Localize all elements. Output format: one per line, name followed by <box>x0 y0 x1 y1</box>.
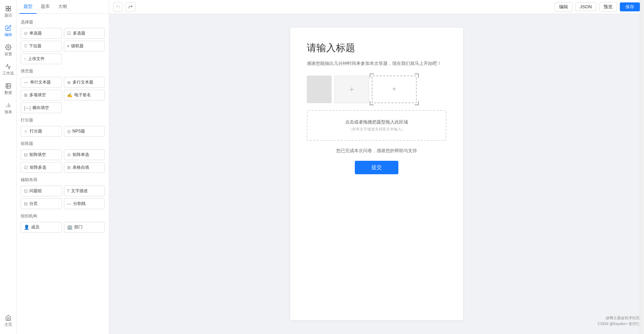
btn-matrix-single[interactable]: ⊙矩阵单选 <box>64 149 105 160</box>
sidebar-content: 选择题 ⊙单选题 ☑多选题 ▽下拉题 ≡级联题 ↑上传文件 填空题 —单行文本题… <box>17 14 109 334</box>
page-icon: ⊟ <box>24 201 28 206</box>
text-single-icon: — <box>24 80 28 85</box>
btn-divider[interactable]: —分割线 <box>64 198 105 209</box>
undo-button[interactable] <box>113 2 123 12</box>
image-placeholder <box>307 76 332 103</box>
form-title[interactable]: 请输入标题 <box>307 41 446 55</box>
matrix-multi-icon: ☑ <box>24 165 28 170</box>
btn-horizontal-fill[interactable]: [—]横向填空 <box>21 102 62 113</box>
svg-point-4 <box>7 47 9 48</box>
svg-rect-3 <box>8 9 10 11</box>
btn-single-text[interactable]: —单行文本题 <box>21 77 62 88</box>
btn-cascade[interactable]: ≡级联题 <box>64 41 105 51</box>
question-sidebar: 题型 题库 大纲 选择题 ⊙单选题 ☑多选题 ▽下拉题 ≡级联题 ↑上传文件 填… <box>17 0 109 334</box>
fill-section: —单行文本题 ≣多行文本题 ⊞多项填空 ✍电子签名 [—]横向填空 <box>21 77 105 113</box>
drop-zone[interactable]: 点击或者拖拽把题型拖入此区域 （所有文字描述支持富文本输入） <box>307 110 446 141</box>
svg-rect-5 <box>6 84 11 88</box>
toolbar-left <box>113 2 135 12</box>
section-title-org: 组织机构 <box>21 213 105 219</box>
nav-reports[interactable]: 报表 <box>1 99 16 117</box>
btn-member[interactable]: 👤成员 <box>21 222 62 233</box>
btn-table-fill[interactable]: ⊞表格自填 <box>64 162 105 173</box>
corner-bl <box>370 101 374 105</box>
cascade-icon: ≡ <box>67 43 70 49</box>
nav-questions[interactable]: 题目 <box>1 3 16 21</box>
org-section: 👤成员 🏢部门 <box>21 222 105 233</box>
radio-icon: ⊙ <box>24 31 28 36</box>
btn-dropdown[interactable]: ▽下拉题 <box>21 41 62 51</box>
btn-group[interactable]: ⊡问题组 <box>21 186 62 196</box>
nav-edit[interactable]: 编辑 <box>1 22 16 40</box>
watermark: @稀土掘金技术社区 CSDN @Kayden~龙仔仁 <box>598 315 640 327</box>
btn-single-choice[interactable]: ⊙单选题 <box>21 28 62 39</box>
text-multi-icon: ≣ <box>67 80 71 85</box>
toolbar-right: 编辑 JSON 预览 保存 <box>555 2 640 12</box>
icon-nav-bottom: 主页 <box>1 312 16 334</box>
drop-zone-main-text: 点击或者拖拽把题型拖入此区域 <box>313 119 440 125</box>
drop-zone-sub-text: （所有文字描述支持富文本输入） <box>313 127 440 132</box>
score-section: ☆打分题 ◎NPS题 <box>21 126 105 137</box>
section-title-matrix: 矩阵题 <box>21 141 105 147</box>
preview-button[interactable]: 预览 <box>599 2 617 12</box>
btn-multi-choice[interactable]: ☑多选题 <box>64 28 105 39</box>
save-button[interactable]: 保存 <box>620 2 640 11</box>
divider-icon: — <box>67 201 72 206</box>
btn-multi-text[interactable]: ≣多行文本题 <box>64 77 105 88</box>
btn-description[interactable]: T文字描述 <box>64 186 105 196</box>
json-button[interactable]: JSON <box>575 2 596 11</box>
multi-fill-icon: ⊞ <box>24 92 28 98</box>
checkbox-icon: ☑ <box>67 31 71 36</box>
btn-signature[interactable]: ✍电子签名 <box>64 90 105 100</box>
signature-icon: ✍ <box>67 92 73 98</box>
dropdown-icon: ▽ <box>24 43 27 49</box>
form-footer-text: 您已完成本次问卷，感谢您的帮助与支持 <box>307 148 446 154</box>
btn-score[interactable]: ☆打分题 <box>21 126 62 137</box>
scrollbar[interactable] <box>640 14 644 334</box>
nav-settings[interactable]: 设置 <box>1 41 16 59</box>
nps-icon: ◎ <box>67 129 71 134</box>
btn-page[interactable]: ⊟分页 <box>21 198 62 209</box>
nav-data[interactable]: 数据 <box>1 80 16 98</box>
nav-home[interactable]: 主页 <box>1 312 16 330</box>
member-icon: 👤 <box>24 225 29 230</box>
btn-matrix-fill[interactable]: ⊟矩阵填空 <box>21 149 62 160</box>
corner-tl <box>370 73 374 78</box>
department-icon: 🏢 <box>67 225 73 230</box>
image-dashed-add[interactable]: + <box>372 76 417 103</box>
redo-button[interactable] <box>126 2 135 12</box>
btn-department[interactable]: 🏢部门 <box>64 222 105 233</box>
dashed-plus-icon: + <box>392 85 396 93</box>
corner-br <box>415 101 419 105</box>
tab-question-types[interactable]: 题型 <box>19 0 37 14</box>
tab-question-bank[interactable]: 题库 <box>37 0 54 14</box>
form-subtitle: 感谢您能抽出几分钟时间来参加本次答题，现在我们就马上开始吧！ <box>307 60 446 67</box>
edit-button[interactable]: 编辑 <box>555 2 572 12</box>
description-icon: T <box>67 188 70 194</box>
group-icon: ⊡ <box>24 188 28 194</box>
nav-workflow[interactable]: 工作流 <box>1 61 16 79</box>
submit-button[interactable]: 提交 <box>355 161 398 174</box>
horizontal-fill-icon: [—] <box>24 105 31 110</box>
layout-section: ⊡问题组 T文字描述 ⊟分页 —分割线 <box>21 186 105 209</box>
section-title-score: 打分题 <box>21 117 105 123</box>
upload-icon: ↑ <box>24 56 26 61</box>
sidebar-tabs: 题型 题库 大纲 <box>17 0 109 14</box>
section-title-layout: 辅助布局 <box>21 177 105 183</box>
matrix-fill-icon: ⊟ <box>24 152 28 157</box>
corner-tr <box>415 73 419 78</box>
section-title-fill: 填空题 <box>21 68 105 74</box>
btn-matrix-multi[interactable]: ☑矩阵多选 <box>21 162 62 173</box>
btn-multi-fill[interactable]: ⊞多项填空 <box>21 90 62 100</box>
icon-nav: 题目 编辑 设置 工作流 数据 报表 主页 <box>0 0 17 334</box>
images-section: + + <box>307 76 446 103</box>
star-icon: ☆ <box>24 129 28 134</box>
btn-nps[interactable]: ◎NPS题 <box>64 126 105 137</box>
btn-upload[interactable]: ↑上传文件 <box>21 53 62 64</box>
watermark-line1: @稀土掘金技术社区 <box>598 315 640 321</box>
image-add-button[interactable]: + <box>334 76 369 103</box>
tab-outline[interactable]: 大纲 <box>54 0 71 14</box>
svg-rect-1 <box>8 6 10 8</box>
matrix-section: ⊟矩阵填空 ⊙矩阵单选 ☑矩阵多选 ⊞表格自填 <box>21 149 105 173</box>
main-area: 编辑 JSON 预览 保存 请输入标题 感谢您能抽出几分钟时间来参加本次答题，现… <box>109 0 644 334</box>
svg-rect-2 <box>6 9 8 11</box>
